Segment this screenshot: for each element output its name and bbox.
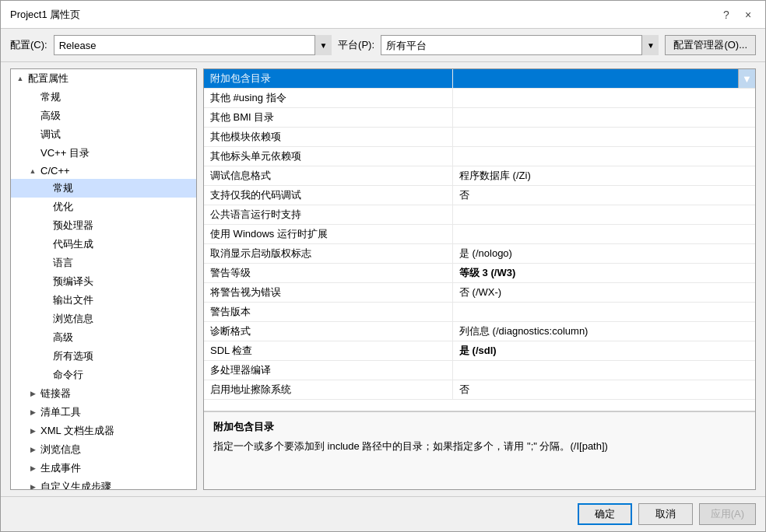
desc-title: 附加包含目录 bbox=[213, 420, 746, 434]
props-row-9[interactable]: 警告等级等级 3 (/W3) bbox=[204, 264, 755, 283]
props-row-6[interactable]: 公共语言运行时支持 bbox=[204, 205, 755, 225]
platform-select[interactable]: 所有平台 bbox=[381, 35, 659, 55]
config-select[interactable]: Release bbox=[54, 35, 332, 55]
props-value-6 bbox=[453, 205, 755, 224]
props-value-0 bbox=[453, 89, 755, 107]
tree-item-cmdline[interactable]: 命令行 bbox=[11, 366, 196, 384]
props-row-8[interactable]: 取消显示启动版权标志是 (/nologo) bbox=[204, 244, 755, 264]
tree-label-language: 语言 bbox=[53, 256, 73, 270]
props-header-row: 附加包含目录 ▼ bbox=[204, 69, 755, 89]
props-name-0: 其他 #using 指令 bbox=[204, 89, 453, 107]
props-header-input[interactable] bbox=[453, 71, 738, 88]
props-value-5: 否 bbox=[453, 186, 755, 205]
tree-label-list-tool: 清单工具 bbox=[40, 405, 81, 419]
tree-item-code-gen[interactable]: 代码生成 bbox=[11, 235, 196, 254]
props-row-13[interactable]: SDL 检查是 (/sdl) bbox=[204, 341, 755, 361]
props-header-name: 附加包含目录 bbox=[204, 69, 453, 88]
tree-item-cpp[interactable]: ▲C/C++ bbox=[11, 163, 196, 179]
title-bar: Project1 属性页 ? × bbox=[1, 1, 765, 29]
props-dropdown-btn[interactable]: ▼ bbox=[738, 69, 755, 88]
tree-toggle-build-events[interactable]: ▶ bbox=[26, 464, 39, 472]
tree-label-general: 常规 bbox=[40, 90, 61, 104]
platform-select-wrapper: 所有平台 ▼ bbox=[381, 35, 659, 55]
props-row-4[interactable]: 调试信息格式程序数据库 (/Zi) bbox=[204, 166, 755, 186]
props-value-14 bbox=[453, 361, 755, 380]
tree-toggle-config-props[interactable]: ▲ bbox=[14, 75, 26, 82]
props-value-8: 是 (/nologo) bbox=[453, 244, 755, 263]
cancel-button[interactable]: 取消 bbox=[638, 503, 693, 525]
close-button[interactable]: × bbox=[740, 7, 756, 23]
tree-item-all-options[interactable]: 所有选项 bbox=[11, 347, 196, 366]
tree-item-general[interactable]: 常规 bbox=[11, 88, 196, 107]
props-name-8: 取消显示启动版权标志 bbox=[204, 244, 453, 263]
props-header-value[interactable] bbox=[453, 69, 738, 88]
tree-label-browse-info2: 浏览信息 bbox=[40, 443, 81, 457]
props-row-7[interactable]: 使用 Windows 运行时扩展 bbox=[204, 225, 755, 244]
tree-label-cpp-optimize: 优化 bbox=[53, 200, 73, 214]
tree-item-xml-gen[interactable]: ▶XML 文档生成器 bbox=[11, 422, 196, 440]
props-name-12: 诊断格式 bbox=[204, 322, 453, 341]
props-name-4: 调试信息格式 bbox=[204, 166, 453, 185]
tree-item-build-events[interactable]: ▶生成事件 bbox=[11, 459, 196, 478]
props-value-4: 程序数据库 (/Zi) bbox=[453, 166, 755, 185]
bottom-bar: 确定 取消 应用(A) bbox=[1, 496, 765, 531]
help-button[interactable]: ? bbox=[719, 7, 734, 23]
tree-toggle-custom-build[interactable]: ▶ bbox=[26, 483, 39, 490]
tree-item-list-tool[interactable]: ▶清单工具 bbox=[11, 403, 196, 422]
props-row-14[interactable]: 多处理器编译 bbox=[204, 361, 755, 380]
props-row-15[interactable]: 启用地址擦除系统否 bbox=[204, 380, 755, 400]
tree-label-custom-build: 自定义生成步骤 bbox=[40, 480, 111, 490]
tree-item-cpp-optimize[interactable]: 优化 bbox=[11, 198, 196, 216]
dialog-title: Project1 属性页 bbox=[10, 8, 80, 22]
props-row-1[interactable]: 其他 BMI 目录 bbox=[204, 108, 755, 128]
tree-item-output-files[interactable]: 输出文件 bbox=[11, 291, 196, 310]
props-row-3[interactable]: 其他标头单元依赖项 bbox=[204, 147, 755, 166]
config-manager-button[interactable]: 配置管理器(O)... bbox=[665, 35, 756, 55]
tree-item-browse-info[interactable]: 浏览信息 bbox=[11, 310, 196, 328]
desc-panel: 附加包含目录 指定一个或多个要添加到 include 路径中的目录；如果指定多个… bbox=[204, 411, 755, 489]
tree-label-advanced: 高级 bbox=[40, 109, 61, 123]
tree-label-vcpp-dirs: VC++ 目录 bbox=[40, 146, 90, 160]
tree-toggle-xml-gen[interactable]: ▶ bbox=[26, 427, 39, 435]
tree-item-debug[interactable]: 调试 bbox=[11, 125, 196, 144]
props-row-2[interactable]: 其他模块依赖项 bbox=[204, 128, 755, 147]
props-row-11[interactable]: 警告版本 bbox=[204, 303, 755, 322]
tree-item-vcpp-dirs[interactable]: VC++ 目录 bbox=[11, 144, 196, 163]
tree-item-cpp-general[interactable]: 常规 bbox=[11, 179, 196, 198]
tree-item-cpp-advanced[interactable]: 高级 bbox=[11, 328, 196, 347]
tree-item-language[interactable]: 语言 bbox=[11, 254, 196, 272]
title-bar-buttons: ? × bbox=[719, 7, 756, 23]
tree-label-preprocessor: 预处理器 bbox=[53, 219, 93, 233]
tree-label-cmdline: 命令行 bbox=[53, 368, 83, 382]
props-row-12[interactable]: 诊断格式列信息 (/diagnostics:column) bbox=[204, 322, 755, 341]
props-name-3: 其他标头单元依赖项 bbox=[204, 147, 453, 166]
right-panel: 附加包含目录 ▼ 其他 #using 指令其他 BMI 目录其他模块依赖项其他标… bbox=[203, 68, 756, 490]
tree-item-linker[interactable]: ▶链接器 bbox=[11, 384, 196, 403]
props-rows-container: 其他 #using 指令其他 BMI 目录其他模块依赖项其他标头单元依赖项调试信… bbox=[204, 89, 755, 400]
props-name-11: 警告版本 bbox=[204, 303, 453, 321]
props-value-7 bbox=[453, 225, 755, 243]
props-value-11 bbox=[453, 303, 755, 321]
props-row-5[interactable]: 支持仅我的代码调试否 bbox=[204, 186, 755, 205]
props-name-5: 支持仅我的代码调试 bbox=[204, 186, 453, 205]
tree-item-advanced[interactable]: 高级 bbox=[11, 107, 196, 125]
tree-item-custom-build[interactable]: ▶自定义生成步骤 bbox=[11, 478, 196, 490]
apply-button[interactable]: 应用(A) bbox=[699, 503, 756, 525]
tree-toggle-cpp[interactable]: ▲ bbox=[26, 167, 39, 175]
props-name-9: 警告等级 bbox=[204, 264, 453, 282]
tree-label-config-props: 配置属性 bbox=[28, 72, 69, 86]
tree-label-cpp-general: 常规 bbox=[53, 181, 73, 195]
tree-label-precomp-header: 预编译头 bbox=[53, 275, 93, 289]
props-row-0[interactable]: 其他 #using 指令 bbox=[204, 89, 755, 108]
tree-item-preprocessor[interactable]: 预处理器 bbox=[11, 216, 196, 235]
tree-toggle-linker[interactable]: ▶ bbox=[26, 390, 39, 397]
tree-item-config-props[interactable]: ▲配置属性 bbox=[11, 69, 196, 88]
props-row-10[interactable]: 将警告视为错误否 (/WX-) bbox=[204, 283, 755, 303]
tree-toggle-browse-info2[interactable]: ▶ bbox=[26, 446, 39, 453]
dropdown-arrow-icon: ▼ bbox=[742, 73, 752, 85]
tree-toggle-list-tool[interactable]: ▶ bbox=[26, 408, 39, 416]
ok-button[interactable]: 确定 bbox=[578, 503, 632, 525]
config-label: 配置(C): bbox=[10, 38, 47, 52]
tree-item-precomp-header[interactable]: 预编译头 bbox=[11, 272, 196, 291]
tree-item-browse-info2[interactable]: ▶浏览信息 bbox=[11, 440, 196, 459]
